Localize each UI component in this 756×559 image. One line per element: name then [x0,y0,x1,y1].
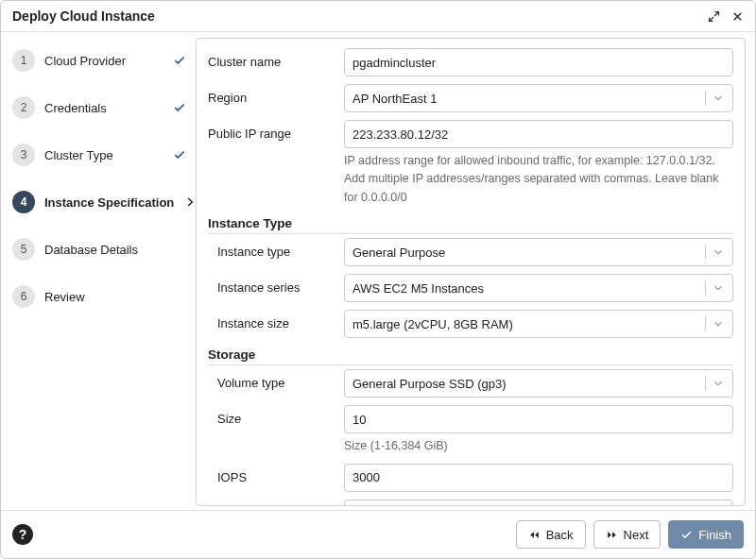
instance-series-label: Instance series [208,274,338,295]
checkmark-icon [173,101,186,114]
dialog-titlebar: Deploy Cloud Instance [1,1,755,32]
finish-button[interactable]: Finish [668,520,744,549]
cluster-name-label: Cluster name [208,48,338,69]
instance-series-select[interactable]: AWS EC2 M5 Instances [344,274,733,302]
chevron-down-icon [705,376,725,391]
step-number: 6 [12,285,35,308]
step-cluster-type[interactable]: 3 Cluster Type [10,138,188,172]
public-ip-label: Public IP range [208,120,338,141]
step-label: Database Details [44,243,186,257]
step-number: 5 [12,238,35,261]
deploy-cloud-instance-dialog: Deploy Cloud Instance 1 Cloud Provider 2… [0,0,756,559]
storage-section: Storage [208,347,733,365]
instance-type-select[interactable]: General Purpose [344,238,733,266]
back-button[interactable]: Back [516,520,586,549]
size-hint: Size (1-16,384 GiB) [344,437,733,455]
wizard-steps: 1 Cloud Provider 2 Credentials 3 Cluster… [10,38,188,506]
forward-icon [606,529,618,541]
step-review[interactable]: 6 Review [10,280,188,313]
chevron-down-icon [705,280,725,296]
step-number: 1 [12,49,35,72]
cluster-name-input[interactable]: pgadmincluster [344,48,733,76]
chevron-down-icon [705,245,725,260]
chevron-down-icon [705,91,725,106]
dialog-title: Deploy Cloud Instance [12,8,155,24]
volume-type-select[interactable]: General Purpose SSD (gp3) [344,369,733,398]
rewind-icon [528,529,541,541]
step-credentials[interactable]: 2 Credentials [10,91,188,125]
public-ip-input[interactable]: 223.233.80.12/32 [344,120,733,148]
region-label: Region [208,84,338,105]
instance-size-label: Instance size [208,310,338,330]
disk-throughput-label: Disk throughput [208,500,338,507]
size-input[interactable]: 10 [344,405,733,433]
iops-input[interactable]: 3000 [344,464,733,492]
step-cloud-provider[interactable]: 1 Cloud Provider [10,43,188,77]
instance-type-label: Instance type [208,238,338,259]
region-select[interactable]: AP NorthEast 1 [344,84,733,112]
volume-type-label: Volume type [208,369,338,390]
checkmark-icon [173,148,186,161]
dialog-footer: ? Back Next Finish [1,510,755,558]
expand-icon[interactable] [708,10,720,23]
iops-label: IOPS [208,464,338,484]
close-icon[interactable] [731,10,744,23]
disk-throughput-input[interactable]: 125 [344,500,733,507]
step-label: Review [44,290,186,304]
instance-size-select[interactable]: m5.large (2vCPU, 8GB RAM) [344,310,733,338]
checkmark-icon [173,54,186,67]
public-ip-hint: IP address range for allowed inbound tra… [344,152,733,207]
step-label: Credentials [44,101,163,115]
step-label: Cloud Provider [44,54,163,68]
checkmark-icon [680,529,693,541]
step-number: 4 [12,191,35,213]
size-label: Size [208,405,338,426]
help-icon[interactable]: ? [12,524,33,545]
step-number: 3 [12,144,35,166]
next-button[interactable]: Next [593,520,662,549]
step-number: 2 [12,96,35,119]
step-database-details[interactable]: 5 Database Details [10,232,188,266]
step-label: Instance Specification [44,195,174,210]
step-instance-specification[interactable]: 4 Instance Specification [10,185,188,219]
instance-type-section: Instance Type [208,216,733,234]
chevron-down-icon [705,316,725,331]
step-label: Cluster Type [44,148,163,162]
form-panel: Cluster name pgadmincluster Region AP No… [196,38,746,506]
